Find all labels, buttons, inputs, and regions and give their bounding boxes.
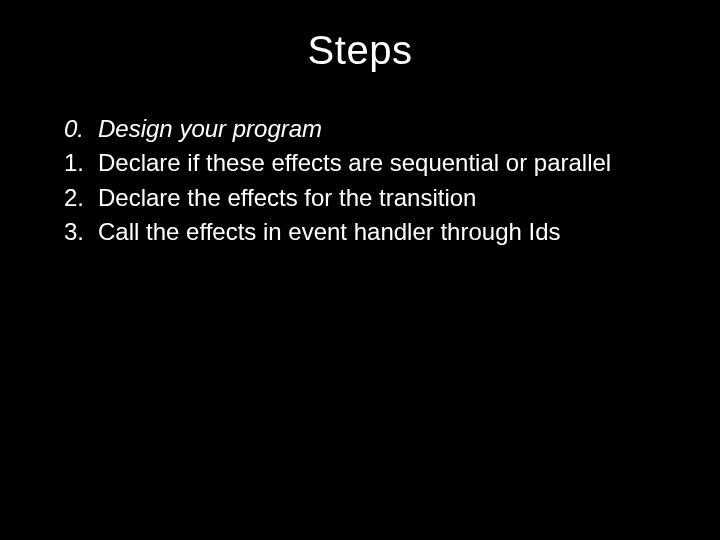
slide: Steps 0. Design your program 1. Declare … [0,0,720,540]
list-content: Design your program [98,113,670,145]
list-content: Declare if these effects are sequential … [98,147,670,179]
list-marker: 0. [50,113,98,145]
list-content: Declare the effects for the transition [98,182,670,214]
slide-title: Steps [50,28,670,73]
list-item: 2. Declare the effects for the transitio… [50,182,670,214]
list-marker: 3. [50,216,98,248]
steps-list: 0. Design your program 1. Declare if the… [50,113,670,249]
list-marker: 2. [50,182,98,214]
list-item: 1. Declare if these effects are sequenti… [50,147,670,179]
list-item: 0. Design your program [50,113,670,145]
list-marker: 1. [50,147,98,179]
list-content: Call the effects in event handler throug… [98,216,670,248]
list-item: 3. Call the effects in event handler thr… [50,216,670,248]
